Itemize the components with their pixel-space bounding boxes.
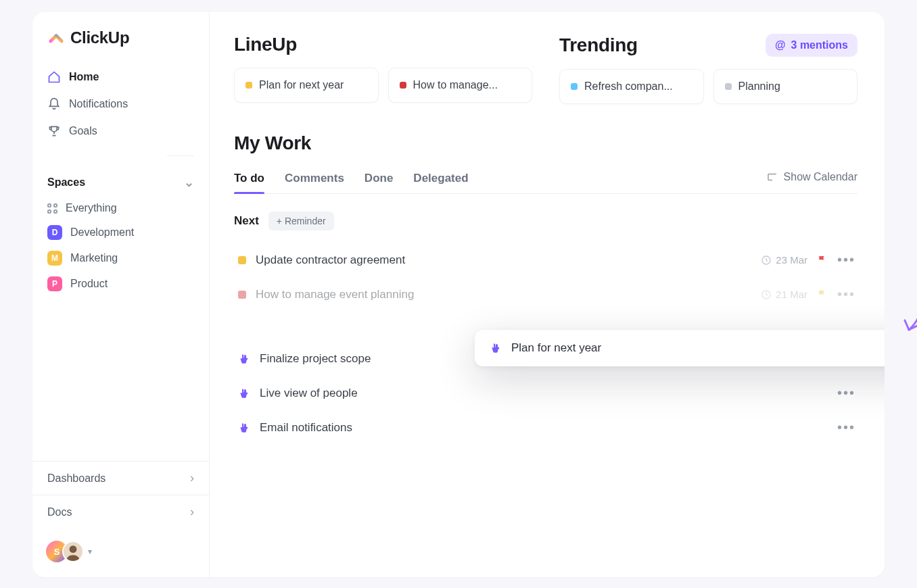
pointing-hand-icon <box>238 422 250 434</box>
status-square-icon <box>238 291 246 299</box>
sidebar-dashboards[interactable]: Dashboards › <box>32 461 209 495</box>
card-label: Plan for next year <box>259 79 344 91</box>
sidebar-divider <box>167 155 194 156</box>
status-square-icon <box>238 256 246 264</box>
chevron-right-icon: › <box>190 505 194 519</box>
user-avatar-icon <box>62 541 84 562</box>
show-calendar-label: Show Calendar <box>784 171 857 183</box>
task-title: How to manage event planning <box>256 288 751 301</box>
popup-task-title: Plan for next year <box>511 341 885 355</box>
mentions-button[interactable]: @ 3 mentions <box>766 34 857 57</box>
task-date: 21 Mar <box>761 289 807 300</box>
space-badge-icon: P <box>47 276 62 291</box>
pointing-hand-icon <box>238 353 250 365</box>
main-content: LineUp Plan for next year How to manage.… <box>210 12 885 577</box>
pointing-hand-icon <box>490 342 502 354</box>
brand-logo-icon <box>47 29 65 47</box>
space-label: Marketing <box>70 252 118 264</box>
sidebar-spaces-header[interactable]: Spaces ⌄ <box>32 164 209 197</box>
next-section-label: Next <box>234 214 259 228</box>
card-label: Refresh compan... <box>584 80 673 93</box>
chevron-right-icon: › <box>190 471 194 485</box>
card-label: Planning <box>738 80 780 93</box>
tab-done[interactable]: Done <box>365 168 394 193</box>
chevron-down-icon: ⌄ <box>184 175 194 190</box>
trending-title: Trending <box>559 34 638 56</box>
lineup-card[interactable]: How to manage... <box>388 68 533 103</box>
spaces-header-label: Spaces <box>47 176 85 189</box>
sidebar-bottom-label: Dashboards <box>47 472 105 485</box>
task-title: Live view of people <box>260 387 828 400</box>
task-row[interactable]: How to manage event planning 21 Mar ••• <box>234 277 857 312</box>
sidebar-nav-goals[interactable]: Goals <box>32 118 209 145</box>
card-label: How to manage... <box>413 79 498 91</box>
space-label: Everything <box>66 202 117 214</box>
trending-card[interactable]: Refresh compan... <box>559 69 704 104</box>
caret-down-icon: ▾ <box>88 547 92 556</box>
brand-name: ClickUp <box>70 28 129 47</box>
task-more-button[interactable]: ••• <box>837 420 853 435</box>
brand: ClickUp <box>32 28 209 61</box>
user-menu[interactable]: S ▾ <box>32 529 209 566</box>
pointing-hand-icon <box>238 387 250 399</box>
sidebar-nav-label: Home <box>69 71 99 83</box>
task-hover-toolbar: Plan for next year <box>475 330 885 366</box>
sidebar-space-product[interactable]: P Product <box>32 271 209 297</box>
space-badge-icon: D <box>47 225 62 240</box>
lineup-card[interactable]: Plan for next year <box>234 68 379 103</box>
trending-card[interactable]: Planning <box>713 69 858 104</box>
svg-point-0 <box>70 545 77 553</box>
sidebar-nav-home[interactable]: Home <box>32 64 209 91</box>
space-label: Development <box>70 226 134 239</box>
tab-todo[interactable]: To do <box>234 168 264 193</box>
add-reminder-button[interactable]: + Reminder <box>268 212 334 230</box>
mywork-title: My Work <box>234 132 857 154</box>
clock-icon <box>761 289 772 300</box>
show-calendar-button[interactable]: Show Calendar <box>766 171 857 190</box>
task-title: Email notifications <box>260 421 828 435</box>
sidebar-nav-label: Goals <box>69 125 97 137</box>
calendar-toggle-icon <box>766 171 778 183</box>
task-title: Update contractor agreement <box>256 253 751 267</box>
at-icon: @ <box>775 39 786 51</box>
task-more-button[interactable]: ••• <box>837 252 853 268</box>
flag-icon[interactable] <box>817 255 828 266</box>
task-row[interactable]: Update contractor agreement 23 Mar ••• <box>234 243 857 277</box>
sidebar-space-marketing[interactable]: M Marketing <box>32 245 209 271</box>
grid-icon <box>47 203 57 214</box>
task-more-button[interactable]: ••• <box>837 287 853 302</box>
annotation-arrow-icon <box>893 272 917 339</box>
sidebar-bottom-label: Docs <box>47 506 72 518</box>
lineup-title: LineUp <box>234 34 297 55</box>
clock-icon <box>761 255 772 266</box>
flag-icon[interactable] <box>817 289 828 300</box>
trophy-icon <box>47 124 61 138</box>
task-more-button[interactable]: ••• <box>837 385 853 401</box>
tab-delegated[interactable]: Delegated <box>413 168 468 193</box>
status-dot-icon <box>245 82 252 89</box>
sidebar-nav-label: Notifications <box>69 98 128 110</box>
status-dot-icon <box>725 83 732 90</box>
status-dot-icon <box>571 83 578 90</box>
task-row[interactable]: Email notifications ••• <box>234 410 857 445</box>
bell-icon <box>47 97 61 111</box>
task-date: 23 Mar <box>761 254 807 266</box>
sidebar-docs[interactable]: Docs › <box>32 495 209 529</box>
tab-comments[interactable]: Comments <box>285 168 344 193</box>
home-icon <box>47 70 61 84</box>
sidebar-space-development[interactable]: D Development <box>32 220 209 245</box>
sidebar-space-everything[interactable]: Everything <box>32 197 209 220</box>
sidebar-nav-notifications[interactable]: Notifications <box>32 91 209 118</box>
status-dot-icon <box>400 82 406 89</box>
sidebar: ClickUp Home Notifications Goals <box>32 12 210 577</box>
space-label: Product <box>70 278 108 290</box>
task-row[interactable]: Live view of people ••• <box>234 376 857 410</box>
mentions-label: 3 mentions <box>791 39 848 51</box>
space-badge-icon: M <box>47 251 62 266</box>
